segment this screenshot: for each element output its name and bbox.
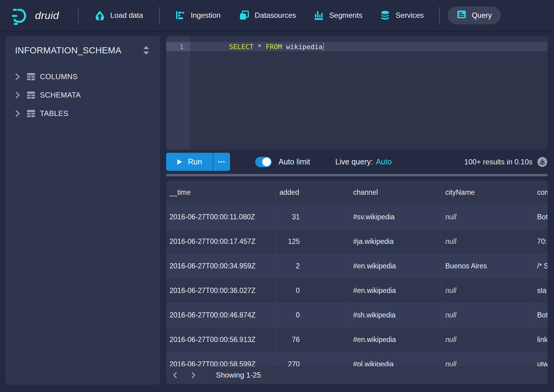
nav-item-label: Query <box>472 11 492 20</box>
cell-cityname[interactable]: null <box>442 303 534 328</box>
table-icon <box>26 109 36 118</box>
sidebar-item-tables[interactable]: TABLES <box>6 104 160 123</box>
cell-time[interactable]: 2016-06-27T00:00:17.457Z <box>166 229 276 254</box>
druid-logo[interactable]: druid <box>12 6 59 25</box>
download-circle-icon[interactable] <box>537 157 548 167</box>
brand-name: druid <box>35 10 59 21</box>
cell-time[interactable]: 2016-06-27T00:00:36.027Z <box>166 279 276 303</box>
cell-comment[interactable]: Bot <box>534 303 548 328</box>
cell-time[interactable]: 2016-06-27T00:00:46.874Z <box>166 303 276 328</box>
horizontal-scrollbar[interactable] <box>166 174 548 176</box>
table-icon <box>26 72 36 81</box>
cell-added[interactable]: 31 <box>276 205 350 229</box>
chevron-right-icon[interactable] <box>186 368 200 382</box>
column-header-comment[interactable]: comment <box>534 180 548 205</box>
top-navbar: druid Load data Ingestion <box>0 0 554 31</box>
editor-active-line: 1 SELECT * FROM wikipedia <box>166 42 548 51</box>
sql-editor[interactable]: 1 SELECT * FROM wikipedia <box>166 36 548 150</box>
line-number-cell: 1 <box>166 42 190 51</box>
sidebar-header: INFORMATION_SCHEMA <box>6 36 160 60</box>
table-row: 2016-06-27T00:00:34.959Z 2 #en.wikipedia… <box>166 254 548 279</box>
cell-cityname[interactable]: null <box>442 328 534 352</box>
cell-time[interactable]: 2016-06-27T00:00:56.913Z <box>166 328 276 352</box>
results-body: 2016-06-27T00:00:11.080Z 31 #sv.wikipedi… <box>166 205 548 377</box>
column-header-channel[interactable]: channel <box>350 180 442 205</box>
query-results-panel: __time added channel cityName comment 20… <box>166 180 548 384</box>
run-more-options-button[interactable]: ••• <box>213 153 230 171</box>
auto-limit-toggle[interactable] <box>255 157 272 167</box>
sidebar-item-label: SCHEMATA <box>40 91 81 99</box>
cell-added[interactable]: 0 <box>276 303 350 328</box>
sidebar-item-label: TABLES <box>40 109 68 118</box>
live-query-label: Live query: <box>335 157 373 166</box>
druid-logo-icon <box>12 6 31 25</box>
code-line[interactable]: SELECT * FROM wikipedia <box>190 42 548 51</box>
more-options-dots: ••• <box>218 159 225 165</box>
sidebar-item-columns[interactable]: COLUMNS <box>6 67 160 86</box>
nav-item-datasources[interactable]: Datasources <box>239 10 296 21</box>
cell-cityname[interactable]: null <box>442 229 534 254</box>
run-button[interactable]: Run <box>166 153 213 171</box>
sidebar-item-schemata[interactable]: SCHEMATA <box>6 86 160 104</box>
play-icon <box>177 159 182 165</box>
table-row: 2016-06-27T00:00:11.080Z 31 #sv.wikipedi… <box>166 205 548 229</box>
cell-added[interactable]: 0 <box>276 279 350 303</box>
nav-item-label: Segments <box>329 11 362 20</box>
text-cursor <box>323 43 324 51</box>
table-row: 2016-06-27T00:00:46.874Z 0 #sh.wikipedia… <box>166 303 548 328</box>
nav-divider <box>439 7 440 24</box>
column-header-added[interactable]: added <box>276 180 350 205</box>
nav-divider <box>78 7 79 24</box>
table-row: 2016-06-27T00:00:56.913Z 76 #en.wikipedi… <box>166 328 548 352</box>
results-summary: 100+ results in 0.10s <box>464 158 533 166</box>
nav-item-label: Load data <box>110 11 143 20</box>
chevron-right-icon <box>14 110 21 117</box>
cell-added[interactable]: 76 <box>276 328 350 352</box>
nav-item-query[interactable]: Query <box>447 6 501 24</box>
cell-channel[interactable]: #en.wikipedia <box>350 328 442 352</box>
nav-item-segments[interactable]: Segments <box>314 10 362 21</box>
table-icon <box>26 90 36 100</box>
pagination-status: Showing 1-25 <box>216 371 261 379</box>
nav-item-load-data[interactable]: Load data <box>95 10 143 21</box>
cell-added[interactable]: 125 <box>276 229 350 254</box>
cell-channel[interactable]: #en.wikipedia <box>350 254 442 279</box>
double-caret-vertical-icon[interactable] <box>141 44 151 56</box>
cell-cityname[interactable]: Buenos Aires <box>442 254 534 279</box>
nav-item-label: Datasources <box>255 11 296 20</box>
live-query-value[interactable]: Auto <box>376 157 392 166</box>
cell-channel[interactable]: #en.wikipedia <box>350 279 442 303</box>
sql-keyword: SELECT <box>229 43 253 51</box>
results-header-row: __time added channel cityName comment <box>166 180 548 205</box>
cell-added[interactable]: 2 <box>276 254 350 279</box>
cell-channel[interactable]: #sv.wikipedia <box>350 205 442 229</box>
column-header-cityname[interactable]: cityName <box>442 180 534 205</box>
cell-channel[interactable]: #ja.wikipedia <box>350 229 442 254</box>
cell-cityname[interactable]: null <box>442 279 534 303</box>
cell-time[interactable]: 2016-06-27T00:00:34.959Z <box>166 254 276 279</box>
cell-comment[interactable]: Bot <box>534 205 548 229</box>
run-split-button: Run ••• <box>166 153 230 171</box>
cell-cityname[interactable]: null <box>442 205 534 229</box>
cell-channel[interactable]: #sh.wikipedia <box>350 303 442 328</box>
cell-comment[interactable]: 70: <box>534 229 548 254</box>
nav-item-ingestion[interactable]: Ingestion <box>175 10 220 21</box>
sql-keyword: FROM <box>266 43 282 51</box>
chevron-right-icon <box>14 91 21 99</box>
cell-comment[interactable]: sta <box>534 279 548 303</box>
horizontal-bars-icon <box>175 10 185 21</box>
console-icon <box>457 10 466 21</box>
cell-comment[interactable]: link <box>534 328 548 352</box>
nav-divider <box>159 7 160 24</box>
column-header-time[interactable]: __time <box>166 180 276 205</box>
sidebar-item-label: COLUMNS <box>40 72 78 81</box>
schema-list: COLUMNS SCHEMATA <box>6 67 160 123</box>
cell-time[interactable]: 2016-06-27T00:00:11.080Z <box>166 205 276 229</box>
results-meta: 100+ results in 0.10s <box>464 157 548 167</box>
cell-comment[interactable]: /* S <box>534 254 548 279</box>
auto-limit-label[interactable]: Auto limit <box>279 157 310 166</box>
chevron-left-icon[interactable] <box>169 368 182 382</box>
bar-chart-icon <box>314 10 324 21</box>
nav-item-label: Services <box>396 11 424 20</box>
nav-item-services[interactable]: Services <box>380 10 424 21</box>
